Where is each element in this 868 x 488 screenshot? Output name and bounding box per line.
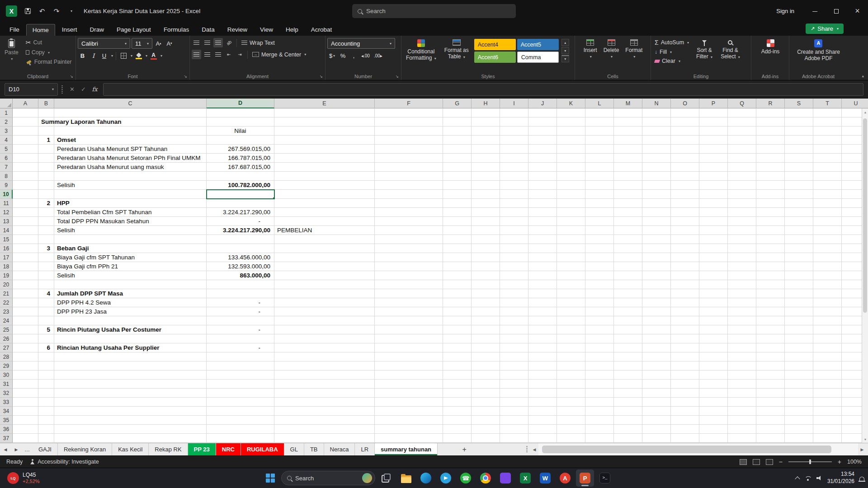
row-header-37[interactable]: 37 xyxy=(0,434,13,443)
ribbon-tab-review[interactable]: Review xyxy=(222,24,253,36)
insert-function-button[interactable]: fx xyxy=(89,84,100,95)
cell-K3[interactable] xyxy=(557,127,585,136)
cell-H34[interactable] xyxy=(472,407,500,416)
vertical-scrollbar[interactable]: ▲ ▼ xyxy=(862,108,868,443)
cell-I4[interactable] xyxy=(500,136,528,145)
cell-R31[interactable] xyxy=(756,380,785,389)
ribbon-tab-draw[interactable]: Draw xyxy=(84,24,110,36)
cell-H11[interactable] xyxy=(472,199,500,208)
cell-S21[interactable] xyxy=(785,289,813,298)
cell-B20[interactable] xyxy=(38,280,54,289)
cell-M3[interactable] xyxy=(614,127,642,136)
cell-L15[interactable] xyxy=(585,235,614,244)
cell-G37[interactable] xyxy=(443,434,472,443)
collapse-ribbon-button[interactable]: ▴ xyxy=(862,74,864,78)
cell-I29[interactable] xyxy=(500,361,528,371)
cell-T22[interactable] xyxy=(813,298,842,307)
cell-G27[interactable] xyxy=(443,343,472,352)
zoom-slider[interactable] xyxy=(788,461,832,462)
paste-button[interactable]: Paste ▾ xyxy=(2,38,21,63)
create-share-adobe-pdf-button[interactable]: A Create and ShareAdobe PDF xyxy=(794,38,843,63)
cell-I25[interactable] xyxy=(500,325,528,334)
cell-S19[interactable] xyxy=(785,271,813,280)
cell-G10[interactable] xyxy=(443,190,472,199)
cell-J3[interactable] xyxy=(528,127,557,136)
middle-align-button[interactable] xyxy=(203,38,212,47)
row-header-3[interactable]: 3 xyxy=(0,127,13,136)
cell-R11[interactable] xyxy=(756,199,785,208)
cell-O5[interactable] xyxy=(671,145,699,154)
cell-B18[interactable] xyxy=(38,262,54,271)
cell-B25[interactable]: 5 xyxy=(38,325,54,334)
cell-C29[interactable] xyxy=(54,361,207,371)
zoom-level[interactable]: 100% xyxy=(847,459,862,465)
cell-style-accent4[interactable]: Accent4 xyxy=(474,39,516,50)
cell-B11[interactable]: 2 xyxy=(38,199,54,208)
sheet-tab-kas-kecil[interactable]: Kas Kecil xyxy=(112,443,149,455)
previous-sheet-button[interactable]: ◀ xyxy=(0,443,11,455)
notification-bell-icon[interactable] xyxy=(859,477,864,481)
cell-R28[interactable] xyxy=(756,352,785,361)
borders-button[interactable] xyxy=(119,51,128,61)
taskbar-app-word[interactable]: W xyxy=(536,469,554,487)
column-header-Q[interactable]: Q xyxy=(728,99,756,108)
cell-N25[interactable] xyxy=(642,325,671,334)
column-header-N[interactable]: N xyxy=(642,99,671,108)
ribbon-tab-home[interactable]: Home xyxy=(26,24,55,36)
find-select-button[interactable]: Find &Select ▾ xyxy=(718,38,743,61)
cell-E25[interactable] xyxy=(274,325,375,334)
row-header-36[interactable]: 36 xyxy=(0,425,13,434)
cell-K35[interactable] xyxy=(557,416,585,425)
grow-font-button[interactable]: A▴ xyxy=(154,39,163,48)
cell-A9[interactable] xyxy=(13,181,38,190)
cell-N32[interactable] xyxy=(642,389,671,398)
cell-E4[interactable] xyxy=(274,136,375,145)
cell-E12[interactable] xyxy=(274,208,375,217)
cell-E18[interactable] xyxy=(274,262,375,271)
cell-K4[interactable] xyxy=(557,136,585,145)
cell-T5[interactable] xyxy=(813,145,842,154)
cell-M27[interactable] xyxy=(614,343,642,352)
cell-B33[interactable] xyxy=(38,398,54,407)
cell-N5[interactable] xyxy=(642,145,671,154)
cell-S24[interactable] xyxy=(785,316,813,325)
cell-R10[interactable] xyxy=(756,190,785,199)
cell-H2[interactable] xyxy=(472,117,500,127)
cell-O11[interactable] xyxy=(671,199,699,208)
cell-L37[interactable] xyxy=(585,434,614,443)
cell-E27[interactable] xyxy=(274,343,375,352)
row-header-28[interactable]: 28 xyxy=(0,352,13,361)
cell-E26[interactable] xyxy=(274,334,375,343)
cell-B16[interactable]: 3 xyxy=(38,244,54,253)
cell-E35[interactable] xyxy=(274,416,375,425)
cell-C21[interactable]: Jumlah DPP SPT Masa xyxy=(54,289,207,298)
cell-L3[interactable] xyxy=(585,127,614,136)
cell-E13[interactable] xyxy=(274,217,375,226)
cell-R4[interactable] xyxy=(756,136,785,145)
font-size-select[interactable]: 11▾ xyxy=(132,38,152,49)
cell-S7[interactable] xyxy=(785,163,813,172)
row-header-20[interactable]: 20 xyxy=(0,280,13,289)
cell-D11[interactable] xyxy=(207,199,274,208)
addins-button[interactable]: Add-ins xyxy=(759,38,783,56)
cell-S18[interactable] xyxy=(785,262,813,271)
cell-R1[interactable] xyxy=(756,108,785,117)
cell-Q32[interactable] xyxy=(728,389,756,398)
fill-button[interactable]: ↓Fill▾ xyxy=(653,48,691,56)
cell-P35[interactable] xyxy=(699,416,728,425)
cell-P32[interactable] xyxy=(699,389,728,398)
cell-L16[interactable] xyxy=(585,244,614,253)
cell-S16[interactable] xyxy=(785,244,813,253)
ribbon-tab-acrobat[interactable]: Acrobat xyxy=(305,24,338,36)
cell-C17[interactable]: Biaya Gaji cfm SPT Tahunan xyxy=(54,253,207,262)
cell-E24[interactable] xyxy=(274,316,375,325)
cell-K27[interactable] xyxy=(557,343,585,352)
gallery-down-button[interactable]: ▾ xyxy=(561,47,569,54)
cell-M1[interactable] xyxy=(614,108,642,117)
cell-O18[interactable] xyxy=(671,262,699,271)
cell-M25[interactable] xyxy=(614,325,642,334)
cell-O14[interactable] xyxy=(671,226,699,235)
cell-F27[interactable] xyxy=(375,343,443,352)
cell-M10[interactable] xyxy=(614,190,642,199)
cell-D6[interactable]: 166.787.015,00 xyxy=(207,154,274,163)
